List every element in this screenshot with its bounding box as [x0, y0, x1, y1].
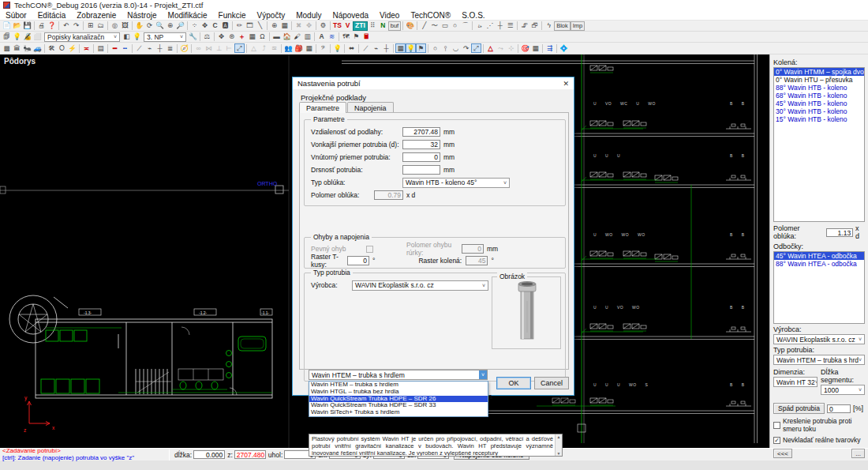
calculator-icon[interactable]: 🖩 — [361, 32, 372, 42]
snap-points-icon[interactable]: ⋰ — [485, 21, 495, 31]
menu-item[interactable]: Nápoveda — [327, 11, 374, 20]
menu-item[interactable]: TechCON® — [405, 11, 456, 20]
seg2-icon[interactable]: ⌁ — [371, 43, 381, 53]
approx-icon[interactable]: ≊ — [269, 43, 279, 53]
odbocky-list-item[interactable]: 88° Wavin HTEA - odbočka — [774, 260, 864, 268]
warning-icon[interactable]: △ — [485, 43, 496, 53]
grid4-icon[interactable]: ▦ — [530, 43, 541, 53]
arc-icon[interactable]: ⌒ — [460, 21, 470, 31]
collapse-panel-button[interactable]: <<< — [773, 449, 792, 458]
buf-button[interactable]: buf — [388, 21, 401, 31]
more-button[interactable]: ... — [851, 449, 865, 458]
new-icon[interactable]: 📄 — [2, 21, 12, 31]
ring-icon[interactable]: ⭘ — [57, 43, 67, 53]
triangle-icon[interactable]: △ — [249, 43, 259, 53]
ts-button[interactable]: TS — [332, 21, 342, 31]
raster-kolena-input[interactable]: 45 — [466, 256, 488, 265]
nevkladat-checkbox[interactable]: ✓ — [773, 437, 780, 444]
grid3-icon[interactable]: ▦ — [304, 43, 314, 53]
pack-icon[interactable]: 🎒 — [294, 43, 304, 53]
tee-icon[interactable]: ⊢ — [224, 43, 234, 53]
mode-grid-icon[interactable]: ▦ — [395, 43, 406, 53]
kolena-list-item[interactable]: 68° Wavin HTB - koleno — [774, 92, 864, 100]
coordinate-field-input[interactable]: 0.000 — [193, 450, 225, 459]
lock-icon[interactable]: 🔏 — [22, 32, 32, 42]
menu-item[interactable]: Výpočty — [252, 11, 291, 20]
kreslenie-checkbox[interactable] — [773, 422, 780, 429]
undo-icon[interactable]: ↶ — [61, 21, 71, 31]
kolena-list-item[interactable]: 0° Wavin HTU – přesuvka — [774, 76, 864, 84]
perp2-icon[interactable]: ⊥ — [214, 43, 224, 53]
copy-drawing-icon[interactable]: 🗐 — [2, 32, 12, 42]
import-blok-button[interactable]: Imp — [571, 21, 586, 31]
modules-icon[interactable]: ⠿ — [368, 21, 378, 31]
color-wheel-icon[interactable]: 🎨 — [405, 21, 415, 31]
mode-bulb-icon[interactable]: 💡 — [406, 43, 416, 53]
pipe-list-icon[interactable]: ≣ — [165, 43, 175, 53]
description-scrollbar[interactable]: ▲ ▼ — [555, 434, 562, 456]
flow-icon[interactable]: ⤳ — [496, 43, 506, 53]
tab-napojenia[interactable]: Napojenia — [347, 102, 394, 113]
odbocky-list-item[interactable]: 45° Wavin HTEA - odbočka — [774, 252, 864, 260]
param-field-input[interactable]: 32 — [402, 140, 440, 149]
typ-potrubia-combo[interactable]: Wavin HTEM – trubka s hrdlem ˅ — [773, 355, 865, 365]
light-icon[interactable]: 💡 — [332, 43, 342, 53]
cancel-button[interactable]: Cancel — [534, 377, 569, 389]
delete-icon[interactable]: ✖ — [294, 21, 304, 31]
link-icon[interactable]: ∞ — [193, 43, 204, 53]
regen-icon[interactable]: ⟳ — [144, 21, 155, 31]
node-icon[interactable]: ○ — [430, 43, 440, 53]
menu-item[interactable]: Súbor — [0, 11, 32, 20]
rectangle-icon[interactable]: ▭ — [440, 21, 450, 31]
points-icon[interactable]: ⁘ — [189, 21, 200, 31]
kolena-list-item[interactable]: 45° Wavin HTB - koleno — [774, 100, 864, 107]
diamond-icon[interactable]: 💠 — [559, 43, 569, 53]
raster-t-input[interactable]: 0 — [347, 256, 369, 265]
plane-icon[interactable]: 🗔 — [245, 21, 255, 31]
split-window-icon[interactable]: ⊞ — [85, 21, 95, 31]
circle2-icon[interactable]: ○ — [450, 21, 460, 31]
polomer-input[interactable]: 0.79 — [374, 190, 403, 200]
menu-item[interactable]: Video — [374, 11, 405, 20]
param-field-input[interactable]: 0 — [402, 152, 440, 162]
zoom-extents-icon[interactable]: ⊕ — [165, 21, 175, 31]
menu-item[interactable]: S.O.S. — [456, 11, 490, 20]
close-icon[interactable]: ✕ — [563, 80, 569, 88]
hatch-icon[interactable]: ☰ — [505, 21, 515, 31]
param-field-input[interactable]: 2707.48 — [402, 127, 440, 137]
kolena-list-item[interactable]: 30° Wavin HTB - koleno — [774, 107, 864, 115]
diagonal-pipe-icon[interactable]: ⤢ — [234, 43, 245, 53]
bolt-icon[interactable]: ⚡ — [67, 43, 77, 53]
star-icon[interactable]: ⊹ — [506, 43, 516, 53]
dashed-line-icon[interactable]: ╍ — [120, 43, 130, 53]
n-button[interactable]: N — [378, 21, 388, 31]
pipe-type-option[interactable]: Wavin SiTech+ Trubka s hrdlem — [309, 409, 488, 416]
insert-icon[interactable]: ⊕ — [269, 21, 279, 31]
joint-icon[interactable]: ⋈ — [204, 43, 214, 53]
attach-icon[interactable]: 🖇 — [519, 21, 529, 31]
help-icon[interactable]: ❓ — [47, 21, 57, 31]
print-icon[interactable]: 🖨 — [36, 21, 47, 31]
menu-item[interactable]: Modifikácie — [163, 11, 213, 20]
map-icon[interactable]: 🗺 — [341, 32, 351, 42]
kolena-list-item[interactable]: 0° Wavin HTMM – spojka dvouhrdlá — [774, 68, 864, 76]
rise-icon[interactable]: ⤴ — [259, 43, 269, 53]
kolena-list-item[interactable]: 88° Wavin HTB - koleno — [774, 84, 864, 92]
dlzka-segmentu-combo[interactable]: 1000 ˅ — [821, 385, 865, 395]
stretch-icon[interactable]: ⬌ — [346, 43, 357, 53]
menu-item[interactable]: Funkcie — [213, 11, 252, 20]
zoom-icon[interactable]: 🔍 — [155, 21, 165, 31]
pipe-draw-icon[interactable]: ⟋ — [134, 43, 144, 53]
module-icon[interactable]: ▩ — [2, 43, 12, 53]
pipe-type-option[interactable]: Wavin HTEM – trubka s hrdlem — [309, 382, 488, 389]
omega-icon[interactable]: Ω — [257, 32, 268, 42]
layer-combo[interactable]: Popisky kanalizačn ˅ — [44, 32, 120, 42]
flash-icon[interactable]: ϟ — [544, 21, 554, 31]
valve-icon[interactable]: ⫯ — [440, 43, 451, 53]
target-icon[interactable]: ⊛ — [226, 32, 237, 42]
settings-icon[interactable]: ⚙ — [318, 21, 328, 31]
menu-item[interactable]: Zobrazenie — [71, 11, 122, 20]
brush-icon[interactable]: 🖌 — [292, 32, 302, 42]
target2-icon[interactable]: 🎯 — [520, 43, 530, 53]
tab-parametre[interactable]: Parametre — [299, 102, 346, 113]
